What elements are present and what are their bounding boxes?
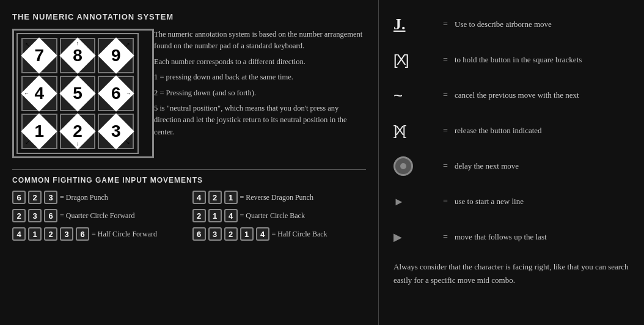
numpad-cell-7: 7 ↖ <box>21 38 57 73</box>
desc-p2: Each number corresponds to a different d… <box>154 56 366 68</box>
move-badge-0-1: 2 <box>28 191 42 204</box>
hold-inner <box>400 163 406 169</box>
movements-section: COMMON FIGHTING GAME INPUT MOVEMENTS 623… <box>12 169 366 243</box>
move-row-1: 421= Reverse Dragon Punch <box>192 191 367 204</box>
move-badge-4-0: 4 <box>12 227 26 241</box>
arrow-r-icon: → <box>126 90 131 97</box>
notations-container: J.=Use to describe airborne move[X]=to h… <box>393 12 632 249</box>
notation-symbol-2: ~ <box>393 86 436 105</box>
notation-symbol-4 <box>393 156 436 176</box>
move-badge-5-4: 4 <box>256 227 269 241</box>
top-section: 7 ↖ 8 ↑ 9 ↗ 4 ← 5 <box>12 29 366 158</box>
notation-symbol-5: ► <box>393 195 436 208</box>
numpad-cell-1: 1 ↙ <box>21 114 57 149</box>
move-row-5: 63214= Half Circle Back <box>192 227 367 241</box>
move-badge-1-0: 4 <box>192 191 206 204</box>
num-8: 8 <box>73 46 82 65</box>
new-line-arrow-icon: ► <box>393 195 404 208</box>
notation-desc-1: to hold the button in the square bracket… <box>455 54 582 65</box>
num-9: 9 <box>111 46 121 65</box>
notation-row-2: ~=cancel the previous move with the next <box>393 83 632 108</box>
notation-row-5: ►=use to start a new line <box>393 189 632 214</box>
move-badge-4-1: 1 <box>28 227 42 241</box>
notation-desc-5: use to start a new line <box>455 196 524 207</box>
numpad-cell-8: 8 ↑ <box>60 38 96 73</box>
notation-desc-3: release the button indicated <box>455 125 542 136</box>
notation-desc-6: move that follows up the last <box>455 232 547 243</box>
move-label-0: = Dragon Punch <box>60 193 108 202</box>
arrow-bl-icon: ↙ <box>25 139 30 145</box>
notation-equals-2: = <box>436 90 455 100</box>
numpad-cell-3: 3 ↘ <box>98 114 134 149</box>
move-badge-5-0: 6 <box>192 227 206 241</box>
num-3: 3 <box>111 122 121 141</box>
move-badge-0-0: 6 <box>12 191 26 204</box>
notation-symbol-3: ]X[ <box>393 123 436 139</box>
left-title: THE NUMERIC ANNOTATION SYSTEM <box>12 12 366 21</box>
notation-desc-0: Use to describe airborne move <box>455 19 552 30</box>
notation-row-0: J.=Use to describe airborne move <box>393 12 632 37</box>
notation-row-4: =delay the next move <box>393 154 632 178</box>
notation-equals-3: = <box>436 126 455 136</box>
move-badge-2-1: 3 <box>28 209 42 222</box>
notation-desc-2: cancel the previous move with the next <box>455 90 579 101</box>
notation-symbol-0: J. <box>393 15 436 34</box>
arrow-br-icon: ↘ <box>125 139 130 145</box>
move-badge-1-1: 2 <box>208 191 222 204</box>
move-badge-1-2: 1 <box>224 191 238 204</box>
release-symbol: ]X[ <box>393 123 404 139</box>
tilde-symbol: ~ <box>393 86 403 105</box>
notation-equals-0: = <box>436 20 455 29</box>
move-badge-4-3: 3 <box>60 227 73 241</box>
bracket-symbol: [X] <box>393 51 408 68</box>
desc-p1: The numeric annotation system is based o… <box>154 29 366 53</box>
notation-equals-5: = <box>436 197 455 206</box>
move-label-4: = Half Circle Forward <box>92 230 157 239</box>
num-1: 1 <box>35 122 45 141</box>
move-row-4: 41236= Half Circle Forward <box>12 227 186 241</box>
notation-symbol-6: ▶ <box>393 230 436 244</box>
notation-row-6: ▶=move that follows up the last <box>393 225 632 249</box>
move-badge-3-1: 1 <box>208 209 222 222</box>
numpad-cell-4: 4 ← <box>21 76 57 111</box>
move-label-1: = Reverse Dragon Punch <box>240 193 313 202</box>
notation-desc-4: delay the next move <box>455 161 519 172</box>
arrow-l-icon: ← <box>24 90 29 97</box>
always-text: Always consider that the character is fa… <box>393 260 632 287</box>
left-panel: THE NUMERIC ANNOTATION SYSTEM 7 ↖ 8 ↑ 9 … <box>0 0 379 325</box>
desc-text: The numeric annotation system is based o… <box>154 29 366 158</box>
move-grid: 623= Dragon Punch421= Reverse Dragon Pun… <box>12 191 366 243</box>
move-badge-5-2: 2 <box>224 227 238 241</box>
move-label-5: = Half Circle Back <box>272 230 327 239</box>
arrow-tl-icon: ↖ <box>25 42 30 48</box>
followup-arrow-icon: ▶ <box>393 230 402 244</box>
numpad-outer: 7 ↖ 8 ↑ 9 ↗ 4 ← 5 <box>12 29 154 158</box>
notation-row-3: ]X[=release the button indicated <box>393 119 632 143</box>
notation-row-1: [X]=to hold the button in the square bra… <box>393 48 632 72</box>
num-7: 7 <box>35 46 45 65</box>
move-badge-5-1: 3 <box>208 227 222 241</box>
right-panel: J.=Use to describe airborne move[X]=to h… <box>379 0 644 325</box>
numpad-cell-2: 2 ↓ <box>60 114 96 149</box>
notation-equals-1: = <box>436 55 455 65</box>
notation-equals-4: = <box>436 161 455 171</box>
move-badge-5-3: 1 <box>240 227 254 241</box>
movements-title: COMMON FIGHTING GAME INPUT MOVEMENTS <box>12 176 366 184</box>
numpad-cell-5: 5 <box>60 76 96 111</box>
move-label-2: = Quarter Circle Forward <box>60 211 134 221</box>
move-row-2: 236= Quarter Circle Forward <box>12 209 186 222</box>
num-4: 4 <box>35 84 45 103</box>
desc-p5: 5 is "neutral position", which means tha… <box>154 103 366 138</box>
desc-p4: 2 = Pressing down (and so forth). <box>154 87 366 99</box>
move-badge-3-0: 2 <box>192 209 206 222</box>
numpad-grid: 7 ↖ 8 ↑ 9 ↗ 4 ← 5 <box>16 33 139 154</box>
move-badge-3-2: 4 <box>224 209 238 222</box>
move-badge-4-4: 6 <box>76 227 89 241</box>
notation-equals-6: = <box>436 232 455 242</box>
num-2: 2 <box>73 122 82 141</box>
move-row-3: 214= Quarter Circle Back <box>192 209 367 222</box>
move-badge-4-2: 2 <box>44 227 57 241</box>
num-5: 5 <box>73 84 82 103</box>
hold-circle <box>393 156 413 176</box>
num-6: 6 <box>111 84 121 103</box>
